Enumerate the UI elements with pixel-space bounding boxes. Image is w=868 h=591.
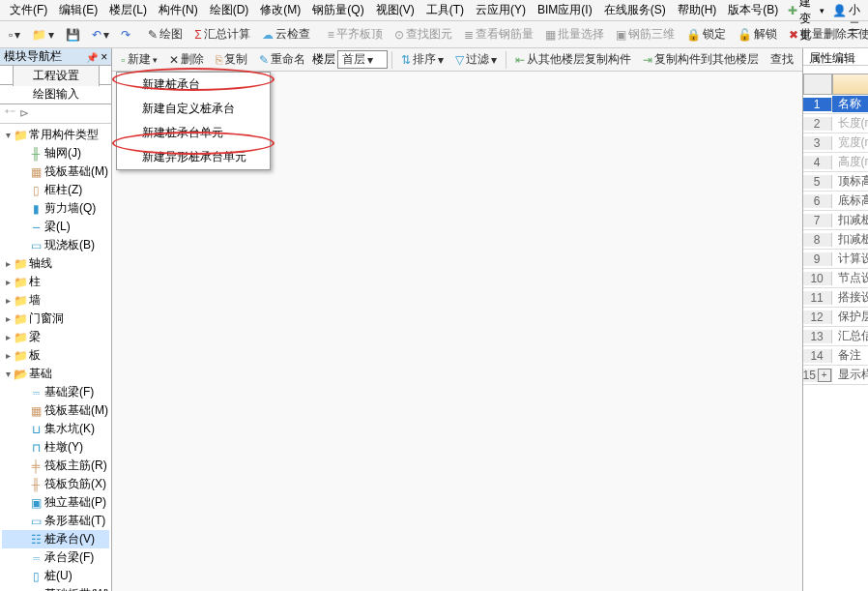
tree-node-iso[interactable]: ▣独立基础(P): [2, 493, 109, 512]
tree-node-fbeam[interactable]: ⎓基础梁(F): [2, 383, 109, 401]
tree-group-column[interactable]: ▸📁柱: [2, 273, 109, 291]
menu-version[interactable]: 版本号(B): [722, 0, 784, 20]
property-row[interactable]: 2长度(mm): [803, 114, 868, 133]
floor-select[interactable]: 首层 ▾: [337, 50, 388, 69]
unlock-button[interactable]: 🔓解锁: [733, 23, 782, 45]
batch-delete-button[interactable]: ✖批量删除未使: [784, 23, 868, 45]
tree-group-slab[interactable]: ▸📁板: [2, 346, 109, 365]
new-doc-button[interactable]: ▫▾: [4, 25, 25, 44]
property-name: 高度(mm): [832, 154, 868, 170]
menu-bim[interactable]: BIM应用(I): [532, 0, 598, 20]
batch-select-button[interactable]: ▦批量选择: [540, 23, 609, 45]
expand-icon[interactable]: ⁺⁻: [4, 106, 15, 121]
tree-node-wall[interactable]: ▮剪力墙(Q): [2, 199, 109, 218]
tree-node-common[interactable]: ▾📁常用构件类型: [2, 126, 109, 144]
menu-new-custom-pilecap[interactable]: 新建自定义桩承台: [117, 97, 270, 121]
rename-button[interactable]: ✎重命名: [254, 48, 310, 71]
tree-node-axis[interactable]: ╫轴网(J): [2, 144, 109, 163]
undo-button[interactable]: ↶▾: [87, 25, 114, 44]
menu-cloud[interactable]: 云应用(Y): [470, 0, 532, 20]
delete-button[interactable]: ✕删除: [164, 48, 209, 71]
tree-node-pile[interactable]: ▯桩(U): [2, 567, 109, 585]
property-row[interactable]: 10节点设置按默认节点设置计算: [803, 269, 868, 288]
property-row[interactable]: 5顶标高(m)层底标高: [803, 172, 868, 192]
menu-draw[interactable]: 绘图(D): [204, 0, 255, 20]
menu-modify[interactable]: 修改(M): [254, 0, 306, 20]
property-row[interactable]: 6底标高(m)层底标高: [803, 192, 868, 211]
menu-new-irregular-pilecap-unit[interactable]: 新建异形桩承台单元: [117, 145, 270, 169]
property-row[interactable]: 15 +显示样式: [803, 366, 868, 385]
menu-component[interactable]: 构件(N): [153, 0, 204, 20]
tree-node-column[interactable]: ▯框柱(Z): [2, 181, 109, 199]
menu-floor[interactable]: 楼层(L): [103, 0, 153, 20]
tree-group-door[interactable]: ▸📁门窗洞: [2, 310, 109, 328]
menu-edit[interactable]: 编辑(E): [53, 0, 103, 20]
tree-group-axis[interactable]: ▸📁轴线: [2, 254, 109, 273]
tab-project-settings[interactable]: 工程设置: [13, 65, 100, 86]
expand-icon[interactable]: +: [818, 369, 831, 382]
tree-node-raftmain[interactable]: ╪筏板主筋(R): [2, 457, 109, 475]
open-button[interactable]: 📁▾: [27, 25, 59, 44]
copy-button[interactable]: ⎘复制: [211, 48, 252, 71]
align-top-button[interactable]: ≡平齐板顶: [323, 23, 388, 45]
new-button[interactable]: ▫新建▾: [116, 48, 161, 71]
menu-tool[interactable]: 工具(T): [420, 0, 470, 20]
tree-node-raftneg[interactable]: ╫筏板负筋(X): [2, 475, 109, 493]
tree-node-slab[interactable]: ▭现浇板(B): [2, 236, 109, 254]
copy-from-button[interactable]: ⇤从其他楼层复制构件: [510, 48, 636, 71]
cloud-check-button[interactable]: ☁云检查: [257, 23, 315, 45]
tree-node-capbeam[interactable]: ⎓承台梁(F): [2, 548, 109, 567]
property-row[interactable]: 3宽度(mm): [803, 133, 868, 153]
tree-node-pier[interactable]: ⊓柱墩(Y): [2, 438, 109, 457]
component-tree[interactable]: ▾📁常用构件类型 ╫轴网(J) ▦筏板基础(M) ▯框柱(Z) ▮剪力墙(Q) …: [0, 124, 111, 591]
menu-new-pilecap[interactable]: 新建桩承台: [117, 73, 270, 97]
close-icon[interactable]: ×: [101, 50, 107, 64]
tree-node-strip[interactable]: ▭条形基础(T): [2, 512, 109, 530]
find-button[interactable]: 查找: [766, 48, 798, 71]
property-row[interactable]: 14备注: [803, 346, 868, 366]
tree-group-beam[interactable]: ▸📁梁: [2, 328, 109, 346]
property-name: 长度(mm): [832, 115, 868, 132]
pin-icon[interactable]: 📌: [86, 52, 98, 63]
rebar-3d-button[interactable]: ▣钢筋三维: [611, 23, 680, 45]
tree-node-raft2[interactable]: ▦筏板基础(M): [2, 401, 109, 420]
menu-view[interactable]: 视图(V): [370, 0, 420, 20]
menu-online[interactable]: 在线服务(S): [598, 0, 672, 20]
tree-node-beam[interactable]: ⎼梁(L): [2, 218, 109, 236]
property-row[interactable]: 9计算设置按默认计算设置计算: [803, 250, 868, 269]
filter-button[interactable]: ▽过滤▾: [450, 48, 502, 71]
tab-draw-input[interactable]: 绘图输入: [33, 86, 79, 103]
row-number: 3: [803, 136, 832, 150]
menu-rebar[interactable]: 钢筋量(Q): [306, 0, 369, 20]
property-row[interactable]: 1名称CT-1: [803, 95, 868, 114]
sort-button[interactable]: ⇅排序▾: [396, 48, 448, 71]
view-rebar-button[interactable]: ≣查看钢筋量: [459, 23, 538, 45]
tree-node-sump[interactable]: ⊔集水坑(K): [2, 420, 109, 438]
tree-node-pilecap[interactable]: ☷桩承台(V): [2, 530, 109, 548]
copy-to-button[interactable]: ⇥复制构件到其他楼层: [638, 48, 764, 71]
sum-calc-button[interactable]: Σ汇总计算: [189, 23, 254, 45]
collapse-icon[interactable]: ⊳: [19, 106, 29, 121]
save-button[interactable]: 💾: [61, 25, 85, 44]
row-number: 15 +: [803, 369, 832, 382]
row-number: 2: [803, 117, 832, 131]
tree-group-foundation[interactable]: ▾📂基础: [2, 365, 109, 383]
tree-group-wall[interactable]: ▸📁墙: [2, 291, 109, 310]
property-row[interactable]: 8扣减板/筏板底筋全部扣减: [803, 230, 868, 250]
redo-button[interactable]: ↷: [116, 25, 135, 44]
property-row[interactable]: 7扣减板/筏板面筋全部扣减: [803, 211, 868, 230]
menu-file[interactable]: 文件(F): [4, 0, 53, 20]
tree-node-basestrip[interactable]: ▬基础板带(W): [2, 585, 109, 591]
menu-new-pilecap-unit[interactable]: 新建桩承台单元: [117, 121, 270, 145]
draw-button[interactable]: ✎绘图: [143, 23, 188, 45]
property-row[interactable]: 12保护层厚度(mm)(40): [803, 308, 868, 327]
menu-help[interactable]: 帮助(H): [672, 0, 723, 20]
lock-button[interactable]: 🔒锁定: [681, 23, 731, 45]
property-row[interactable]: 13汇总信息桩承台: [803, 327, 868, 346]
property-row[interactable]: 11搭接设置按默认搭接设置计算: [803, 288, 868, 308]
panel-title: 模块导航栏 📌 ×: [0, 48, 111, 66]
property-row[interactable]: 4高度(mm): [803, 153, 868, 172]
tree-node-raft[interactable]: ▦筏板基础(M): [2, 163, 109, 181]
strip-icon: ▭: [29, 516, 43, 527]
find-element-button[interactable]: ⊙查找图元: [390, 23, 457, 45]
